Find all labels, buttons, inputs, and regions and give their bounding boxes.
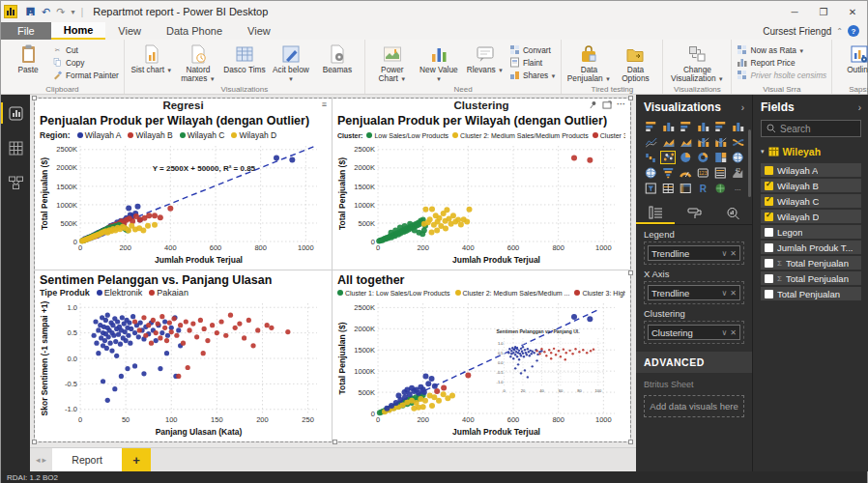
legend-item[interactable]: Cluster 3: High Sales/High Products	[574, 290, 625, 297]
sidebar-data-view-icon[interactable]	[1, 135, 30, 160]
beamas-button[interactable]: Beamas	[315, 43, 360, 74]
100-stacked-bar-chart-icon[interactable]	[678, 120, 693, 133]
sidebar-model-view-icon[interactable]	[1, 170, 30, 195]
flaint-button[interactable]: Flaint	[509, 57, 557, 68]
table-wileyah[interactable]: ▾ Wileyah	[753, 143, 868, 161]
account-name[interactable]: Cursest Friengd	[763, 26, 831, 37]
field-wilayah-b[interactable]: Wilayah B	[761, 179, 861, 192]
legend-field-pill[interactable]: Trendline ∨ ✕	[648, 245, 740, 261]
x-axis-field-pill[interactable]: Trendline ∨ ✕	[648, 285, 740, 300]
convart-button[interactable]: Convart	[509, 44, 557, 55]
sist-chart-button[interactable]: Sist chart ▼	[130, 43, 174, 74]
resize-handle[interactable]	[628, 96, 633, 100]
pie-chart-icon[interactable]	[678, 151, 693, 164]
python-visual-icon[interactable]	[712, 182, 728, 195]
save-icon[interactable]: 🖪	[25, 6, 36, 17]
focus-mode-icon[interactable]	[602, 100, 612, 109]
visual-regresi[interactable]: Regresi ≡ Penjualan Produk per Wilayah (…	[35, 99, 332, 270]
funnel-icon[interactable]	[660, 166, 676, 180]
area-chart-icon[interactable]	[660, 135, 676, 149]
matrix-icon[interactable]	[678, 182, 693, 195]
field-total-penjualan[interactable]: Total Penjualan	[761, 287, 861, 300]
field-checkbox[interactable]	[765, 228, 773, 237]
stacked-bar-chart-icon[interactable]	[643, 120, 658, 133]
copy-button[interactable]: Copy	[52, 57, 119, 68]
change-visualization-button[interactable]: Change Visualization ▼	[668, 43, 726, 83]
clustered-column-chart-icon[interactable]	[730, 120, 745, 133]
field-checkbox[interactable]	[765, 213, 773, 221]
line-and-column-chart-icon[interactable]	[695, 135, 710, 149]
scatter-chart-icon[interactable]	[660, 151, 676, 164]
stacked-column-chart-icon[interactable]	[660, 120, 676, 133]
viz-tab-format[interactable]	[675, 203, 713, 224]
priver-hsolte-censims-button[interactable]: Priver hsolte censims	[737, 70, 826, 80]
legend-item[interactable]: Cluster 1: Low Sales/Low Products	[337, 290, 450, 297]
resize-handle[interactable]	[32, 96, 37, 100]
field-checkbox[interactable]	[765, 166, 773, 175]
chevron-down-icon[interactable]: ∨	[721, 289, 727, 298]
line-chart-icon[interactable]	[643, 135, 658, 149]
donut-chart-icon[interactable]	[695, 151, 710, 164]
filter-lines-icon[interactable]: ≡	[322, 99, 327, 109]
advanced-section-header[interactable]: ADVANCED	[636, 352, 752, 373]
expand-icon[interactable]: ▾	[761, 148, 765, 156]
more-options-icon[interactable]: …	[730, 182, 745, 195]
table-icon[interactable]	[660, 182, 676, 195]
add-page-button[interactable]: +	[122, 448, 151, 471]
menu-tab-home[interactable]: Home	[51, 22, 106, 40]
field-wilayah-a[interactable]: Wilayah A	[761, 163, 861, 177]
clustered-bar-chart-icon[interactable]	[712, 120, 728, 133]
visual-all-together[interactable]: All together Cluster 1: Low Sales/Low Pr…	[333, 270, 630, 441]
format-painter-button[interactable]: Format Painter	[52, 70, 119, 80]
field-total-penjualan[interactable]: ΣTotal Penjualan	[761, 271, 861, 285]
field-checkbox[interactable]	[765, 243, 773, 252]
resize-handle[interactable]	[333, 440, 337, 444]
viz-tab-fields[interactable]	[636, 203, 675, 224]
treemap-icon[interactable]	[712, 151, 728, 164]
field-checkbox[interactable]	[765, 274, 773, 283]
collapse-ribbon-icon[interactable]: ⌃	[836, 27, 843, 36]
field-total-penjualan[interactable]: ΣTotal Penjualan	[761, 256, 861, 270]
clustering-field-pill[interactable]: Clustering ∨ ✕	[648, 325, 740, 340]
chevron-down-icon[interactable]: ∨	[721, 249, 727, 258]
data-penjualan-button[interactable]: Data Penjualan ▼	[566, 43, 611, 83]
new-value-button[interactable]: New Value ▼	[417, 43, 461, 83]
now-as-rata-button[interactable]: Now as Rata ▼	[737, 44, 826, 55]
field-checkbox[interactable]	[765, 290, 773, 298]
visual-group[interactable]: Regresi ≡ Penjualan Produk per Wilayah (…	[34, 98, 631, 442]
legend-item[interactable]: Wilayah B	[128, 130, 172, 140]
pin-icon[interactable]	[589, 100, 597, 109]
legend-item[interactable]: Wilayah C	[180, 130, 225, 140]
field-checkbox[interactable]	[765, 182, 773, 190]
undo-icon[interactable]: ↶	[42, 6, 50, 18]
report-canvas[interactable]: Regresi ≡ Penjualan Produk per Wilayah (…	[30, 95, 636, 447]
collapse-panel-icon[interactable]: ›	[858, 102, 861, 113]
next-page-arrow[interactable]: ▸	[43, 455, 47, 465]
legend-item[interactable]: Pakaian	[149, 288, 188, 298]
field-wilayah-c[interactable]: Wilayah C	[761, 194, 861, 208]
maximize-button[interactable]: ❐	[809, 1, 838, 22]
rlevans-button[interactable]: Rlevans ▼	[463, 43, 507, 74]
resize-handle[interactable]	[628, 440, 633, 444]
legend-item[interactable]: Cluster 2: Medium Sales/Medium Products	[452, 132, 589, 139]
filled-map-icon[interactable]	[643, 166, 658, 180]
gauge-icon[interactable]	[678, 166, 693, 180]
outlinn-button[interactable]: Outlinn	[837, 43, 868, 74]
field-checkbox[interactable]	[765, 197, 773, 206]
menu-tab-data-phone[interactable]: Data Phone	[154, 22, 235, 40]
collapse-panel-icon[interactable]: ›	[741, 102, 744, 113]
menu-tab-view[interactable]: View	[235, 22, 283, 40]
data-options-button[interactable]: Data Options	[613, 43, 657, 83]
shares-button[interactable]: Shares ▼	[509, 70, 557, 80]
page-tab-report[interactable]: Report	[52, 448, 122, 471]
resize-handle[interactable]	[32, 440, 37, 444]
add-data-visuals-dropzone[interactable]: Add data visuals here	[644, 395, 744, 417]
r-script-visual-icon[interactable]: R	[695, 182, 710, 195]
legend-item[interactable]: Wilayah A	[77, 130, 122, 140]
qat-more-icon[interactable]: ▾	[71, 8, 74, 16]
panel-scrollbar[interactable]	[748, 129, 751, 197]
paste-button[interactable]: Paste	[6, 43, 50, 74]
acit-below-button[interactable]: Acit below ▼	[269, 43, 313, 83]
map-icon[interactable]	[730, 151, 745, 164]
legend-item[interactable]: Elektronik	[97, 288, 143, 298]
